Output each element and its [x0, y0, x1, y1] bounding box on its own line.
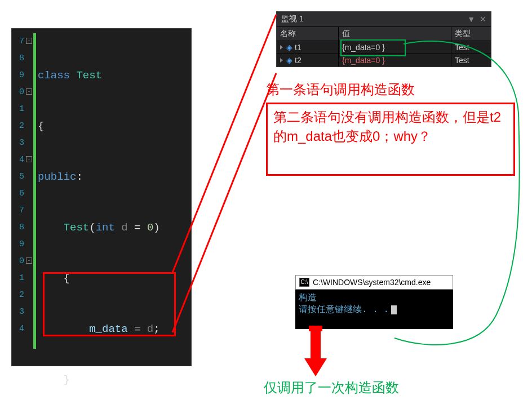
- watch-var-value: {m_data=0 }: [339, 41, 451, 54]
- watch-header-type: 类型: [451, 27, 491, 41]
- watch-panel[interactable]: 监视 1 ▼ ✕ 名称 值 类型 ◈ t1 {m_data=0 } Test ◈…: [276, 11, 491, 67]
- fold-icon[interactable]: -: [26, 38, 32, 44]
- green-caption: 仅调用了一次构造函数: [264, 379, 399, 397]
- watch-var-type: Test: [451, 41, 491, 54]
- watch-header-name: 名称: [277, 27, 339, 41]
- watch-row[interactable]: ◈ t2 {m_data=0 } Test: [277, 54, 491, 66]
- watch-header-row: 名称 值 类型: [277, 26, 491, 41]
- line-number-gutter: 7 8 9 0 1 2 3 4 5 6 7 8 9 0 1 2 3 4: [12, 29, 25, 366]
- code-area[interactable]: class Test { public: Test(int d = 0) { m…: [38, 33, 189, 413]
- cmd-icon: C:\: [299, 278, 309, 287]
- code-editor[interactable]: 7 8 9 0 1 2 3 4 5 6 7 8 9 0 1 2 3 4 - - …: [11, 28, 192, 366]
- expand-icon[interactable]: [280, 45, 283, 50]
- console-title-text: C:\WINDOWS\system32\cmd.exe: [313, 278, 431, 287]
- watch-row[interactable]: ◈ t1 {m_data=0 } Test: [277, 41, 491, 54]
- annotation-text-1: 第一条语句调用构造函数: [266, 80, 514, 99]
- change-marker: [33, 33, 36, 349]
- fold-icon[interactable]: -: [26, 88, 32, 95]
- object-icon: ◈: [286, 43, 292, 52]
- watch-title-bar: 监视 1 ▼ ✕: [277, 12, 491, 26]
- close-icon[interactable]: ✕: [480, 15, 486, 24]
- console-window: C:\ C:\WINDOWS\system32\cmd.exe 构造 请按任意键…: [295, 275, 453, 329]
- annotation-text-2: 第二条语句没有调用构造函数，但是t2的m_data也变成0；why？: [266, 103, 515, 176]
- object-icon: ◈: [286, 56, 292, 65]
- fold-icon[interactable]: -: [26, 156, 32, 162]
- fold-icon[interactable]: -: [26, 257, 32, 264]
- fold-bar: - - - -: [25, 29, 33, 366]
- watch-var-name: t1: [295, 43, 302, 52]
- console-title-bar: C:\ C:\WINDOWS\system32\cmd.exe: [295, 275, 453, 290]
- watch-var-value: {m_data=0 }: [339, 54, 451, 66]
- cursor-icon: [391, 305, 397, 314]
- expand-icon[interactable]: [280, 58, 283, 63]
- dropdown-icon[interactable]: ▼: [467, 15, 475, 24]
- console-output: 构造 请按任意键继续. . .: [295, 290, 453, 329]
- watch-var-name: t2: [295, 56, 302, 65]
- svg-marker-3: [304, 358, 327, 376]
- watch-title-text: 监视 1: [281, 14, 304, 24]
- watch-header-value: 值: [339, 27, 451, 41]
- watch-var-type: Test: [451, 54, 491, 66]
